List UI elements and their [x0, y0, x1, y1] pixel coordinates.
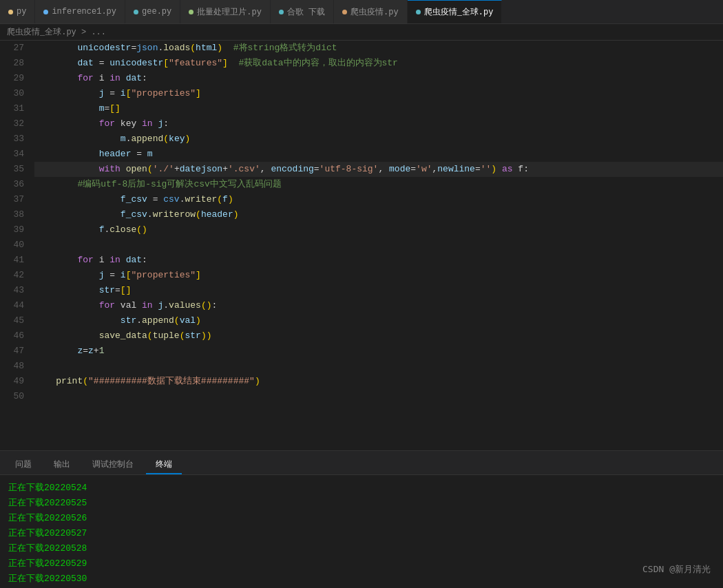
code-line-32: for key in j:: [34, 116, 723, 132]
code-line-49: print("##########数据下载结束#########"): [34, 374, 723, 389]
code-line-29: for i in dat:: [34, 71, 723, 86]
tab-inference1[interactable]: inference1.py: [35, 0, 125, 24]
code-line-30: j = i["properties"]: [34, 86, 723, 101]
tab-dot-crawler-info: [342, 10, 347, 14]
tab-dot-py: [8, 10, 13, 14]
code-line-37: f_csv = csv.writer(f): [34, 192, 723, 207]
terminal-line-3: 正在下载20220526: [8, 511, 715, 526]
tab-dot-batch: [189, 10, 193, 14]
tab-batch[interactable]: 批量处理卫片.py: [180, 0, 271, 24]
code-line-46: save_data(tuple(str)): [34, 328, 723, 344]
panel-tab-bar: 问题 输出 调试控制台 终端: [0, 451, 723, 475]
terminal-line-1: 正在下载20220524: [8, 481, 715, 496]
line-numbers: 27 28 29 30 31 32 33 34 35 36 37 38 39 4…: [0, 41, 31, 450]
tab-gee-label: gee.py: [142, 7, 171, 17]
code-line-50: [34, 389, 723, 404]
code-line-28: dat = unicodestr["features"] #获取data中的内容…: [34, 56, 723, 71]
panel-tab-debug-label: 调试控制台: [92, 460, 134, 470]
terminal-line-4: 正在下载20220527: [8, 526, 715, 541]
code-line-45: str.append(val): [34, 313, 723, 328]
code-line-31: m=[]: [34, 101, 723, 116]
terminal-line-6: 正在下载20220529: [8, 556, 715, 571]
tab-dot-inference1: [43, 10, 48, 14]
watermark: CSDN @新月清光: [642, 563, 711, 576]
tab-inference1-label: inference1.py: [52, 7, 116, 17]
code-line-35: with open('./'+datejson+'.csv', encoding…: [34, 162, 723, 177]
code-line-47: z=z+1: [34, 344, 723, 359]
breadcrumb-text: 爬虫疫情_全球.py > ...: [7, 26, 106, 38]
tab-py[interactable]: py: [0, 0, 35, 24]
code-line-40: [34, 238, 723, 253]
code-line-27: unicodestr=json.loads(html) #将string格式转为…: [34, 41, 723, 56]
tab-batch-label: 批量处理卫片.py: [197, 6, 262, 18]
tab-bar: py inference1.py gee.py 批量处理卫片.py 合歌 下载 …: [0, 0, 723, 24]
bottom-panel: 问题 输出 调试控制台 终端 正在下载20220524 正在下载20220525…: [0, 450, 723, 588]
panel-tab-output[interactable]: 输出: [44, 456, 80, 474]
tab-dot-gee: [134, 10, 138, 14]
panel-tab-terminal[interactable]: 终端: [146, 456, 182, 474]
tab-crawler-info-label: 爬虫疫情.py: [350, 6, 399, 18]
code-line-38: f_csv.writerow(header): [34, 207, 723, 222]
panel-tab-problems-label: 问题: [15, 460, 32, 470]
panel-tab-problems[interactable]: 问题: [6, 456, 41, 474]
panel-tab-terminal-label: 终端: [156, 460, 172, 470]
code-line-44: for val in j.values():: [34, 298, 723, 313]
code-line-48: [34, 359, 723, 374]
code-line-42: j = i["properties"]: [34, 268, 723, 283]
code-lines[interactable]: unicodestr=json.loads(html) #将string格式转为…: [31, 41, 723, 450]
tab-crawler-global-label: 爬虫疫情_全球.py: [424, 6, 494, 18]
tab-crawler-info[interactable]: 爬虫疫情.py: [334, 0, 408, 24]
tab-dot-crawler-global: [416, 10, 421, 14]
terminal-line-2: 正在下载20220525: [8, 496, 715, 511]
code-line-39: f.close(): [34, 222, 723, 238]
code-line-34: header = m: [34, 147, 723, 162]
code-line-43: str=[]: [34, 283, 723, 298]
code-line-33: m.append(key): [34, 132, 723, 147]
tab-download-label: 合歌 下载: [287, 6, 325, 18]
terminal-output: 正在下载20220524 正在下载20220525 正在下载20220526 正…: [0, 475, 723, 588]
tab-py-label: py: [17, 7, 26, 17]
code-editor: 27 28 29 30 31 32 33 34 35 36 37 38 39 4…: [0, 41, 723, 450]
tab-download[interactable]: 合歌 下载: [271, 0, 334, 24]
panel-tab-debug[interactable]: 调试控制台: [83, 456, 143, 474]
code-line-41: for i in dat:: [34, 253, 723, 268]
terminal-line-5: 正在下载20220528: [8, 541, 715, 556]
tab-gee[interactable]: gee.py: [125, 0, 180, 24]
terminal-line-7: 正在下载20220530: [8, 571, 715, 587]
tab-dot-download: [279, 10, 284, 14]
watermark-text: CSDN @新月清光: [642, 564, 711, 574]
breadcrumb: 爬虫疫情_全球.py > ...: [0, 24, 723, 41]
tab-crawler-global[interactable]: 爬虫疫情_全球.py: [408, 0, 503, 24]
code-line-36: #编码utf-8后加-sig可解决csv中文写入乱码问题: [34, 177, 723, 192]
panel-tab-output-label: 输出: [54, 460, 70, 470]
